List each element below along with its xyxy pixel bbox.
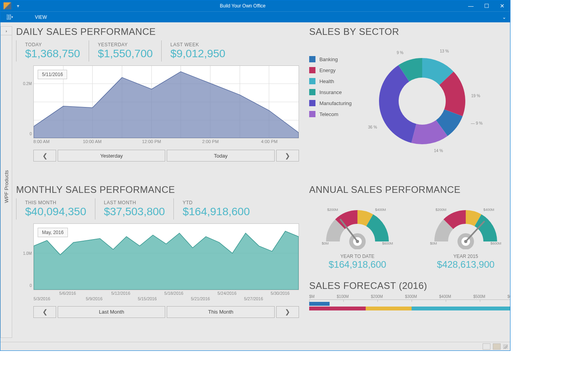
kpi-lastweek-value: $9,012,950: [170, 47, 225, 60]
kpi-ytd-value: $164,918,600: [182, 205, 250, 218]
svg-text:36 %: 36 %: [368, 125, 377, 129]
title-bar: ▾ Build Your Own Office — ☐ ✕: [0, 0, 510, 11]
daily-y-axis: 0.2M 0: [16, 65, 33, 138]
svg-text:5/27/2016: 5/27/2016: [244, 297, 263, 301]
sidebar-expand-button[interactable]: ›: [1, 27, 12, 35]
svg-text:$0M: $0M: [322, 241, 329, 245]
svg-text:0: 0: [29, 283, 32, 288]
monthly-chart-tooltip: May, 2016: [38, 228, 68, 237]
kpi-today-label: TODAY: [25, 42, 80, 47]
window-title: Build Your Own Office: [22, 3, 463, 9]
ribbon-expand-button[interactable]: ⌄: [502, 15, 506, 20]
svg-text:$400M: $400M: [375, 208, 386, 212]
svg-text:$600M: $600M: [382, 241, 393, 245]
dashboard-grid: DAILY SALES PERFORMANCE TODAY$1,368,750 …: [16, 26, 504, 338]
svg-text:1.0M: 1.0M: [23, 251, 32, 256]
forecast-scale: $M$100M$200M$300M$400M$500M$60: [309, 294, 510, 299]
svg-text:12:00 PM: 12:00 PM: [142, 140, 161, 144]
forecast-bar-2: [309, 307, 510, 310]
legend-health: Health: [319, 78, 334, 84]
daily-next-button[interactable]: ❯: [276, 150, 299, 162]
panel-annual-and-forecast: ANNUAL SALES PERFORMANCE: [309, 184, 510, 338]
monthly-y-axis: 1.0M 0: [16, 223, 33, 290]
swatch-telecom: [309, 111, 315, 117]
monthly-prev-button[interactable]: ❮: [33, 306, 56, 318]
svg-point-50: [464, 240, 467, 243]
kpi-thismonth-value: $40,094,350: [25, 205, 86, 218]
svg-text:8:00 AM: 8:00 AM: [33, 140, 49, 144]
svg-text:19 %: 19 %: [471, 94, 480, 98]
app-menu-button[interactable]: [4, 13, 16, 22]
panel-daily-sales: DAILY SALES PERFORMANCE TODAY$1,368,750 …: [16, 26, 299, 182]
monthly-thismonth-button[interactable]: This Month: [167, 306, 274, 318]
monthly-lastmonth-button[interactable]: Last Month: [58, 306, 165, 318]
monthly-title: MONTHLY SALES PERFORMANCE: [16, 184, 299, 195]
tab-view[interactable]: VIEW: [32, 12, 50, 22]
content-area: › WPF Products DAILY SALES PERFORMANCE T…: [0, 22, 510, 342]
kpi-ytd-label: YTD: [182, 200, 250, 205]
status-bar: [0, 342, 510, 350]
svg-text:$400M: $400M: [483, 208, 494, 212]
panel-monthly-sales: MONTHLY SALES PERFORMANCE THIS MONTH$40,…: [16, 184, 299, 338]
sector-legend: Banking Energy Health Insurance Manufact…: [309, 56, 352, 158]
gauge-2015[interactable]: $0M $200M $400M $600M YEAR 2015 $428,613…: [425, 198, 507, 270]
swatch-health: [309, 78, 315, 84]
legend-banking: Banking: [319, 56, 338, 62]
sector-donut-chart[interactable]: 13 % 19 % — 9 % 14 % 36 % 9 %: [359, 40, 485, 158]
swatch-insurance: [309, 89, 315, 95]
status-layout1-button[interactable]: [483, 343, 490, 350]
daily-title: DAILY SALES PERFORMANCE: [16, 26, 299, 37]
svg-text:13 %: 13 %: [440, 49, 449, 53]
forecast-bar-1: [309, 302, 510, 306]
app-window: ▾ Build Your Own Office — ☐ ✕ VIEW ⌄ › W…: [0, 0, 510, 351]
svg-text:$200M: $200M: [436, 208, 447, 212]
svg-text:$200M: $200M: [327, 208, 338, 212]
kpi-thismonth-label: THIS MONTH: [25, 200, 86, 205]
svg-text:2:00 PM: 2:00 PM: [202, 140, 219, 144]
resize-grip-icon[interactable]: [503, 344, 508, 349]
svg-text:10:00 AM: 10:00 AM: [83, 140, 102, 144]
swatch-energy: [309, 67, 315, 73]
daily-chart-tooltip: 5/11/2016: [38, 70, 67, 79]
svg-text:5/30/2016: 5/30/2016: [271, 291, 290, 296]
svg-text:9 %: 9 %: [397, 51, 403, 55]
legend-insurance: Insurance: [319, 89, 342, 95]
monthly-chart[interactable]: May, 2016: [33, 223, 299, 290]
gauge-2015-label: YEAR 2015: [425, 254, 507, 259]
gauge-ytd-value: $164,918,600: [316, 259, 399, 270]
daily-chart[interactable]: 5/11/2016: [33, 65, 299, 138]
svg-text:$0M: $0M: [430, 241, 437, 245]
ribbon-bar: VIEW ⌄: [0, 11, 510, 22]
svg-text:4:00 PM: 4:00 PM: [261, 140, 277, 144]
svg-text:5/18/2016: 5/18/2016: [164, 291, 184, 296]
svg-text:$600M: $600M: [490, 241, 501, 245]
svg-text:5/15/2016: 5/15/2016: [138, 297, 157, 301]
daily-x-axis: 8:00 AM 10:00 AM 12:00 PM 2:00 PM 4:00 P…: [33, 138, 299, 145]
svg-text:5/9/2016: 5/9/2016: [86, 297, 103, 301]
svg-text:5/21/2016: 5/21/2016: [191, 297, 210, 301]
status-layout2-button[interactable]: [493, 343, 501, 350]
sidebar-label[interactable]: WPF Products: [4, 166, 9, 207]
gauge-ytd-label: YEAR TO DATE: [316, 254, 399, 259]
sidebar-collapsed: › WPF Products: [0, 26, 12, 338]
daily-prev-button[interactable]: ❮: [33, 150, 56, 162]
daily-yesterday-button[interactable]: Yesterday: [58, 150, 165, 162]
kpi-today-value: $1,368,750: [25, 47, 80, 60]
legend-telecom: Telecom: [319, 111, 338, 117]
maximize-button[interactable]: ☐: [479, 0, 494, 11]
forecast-title: SALES FORECAST (2016): [309, 280, 510, 291]
gauge-ytd[interactable]: $0M $200M $400M $600M YEAR TO DATE $164,…: [316, 198, 399, 270]
sector-title: SALES BY SECTOR: [309, 26, 510, 37]
kpi-yesterday-value: $1,550,700: [98, 47, 153, 60]
forecast-chart[interactable]: [309, 299, 510, 310]
swatch-banking: [309, 56, 315, 62]
quick-access-icon[interactable]: ▾: [17, 3, 22, 9]
minimize-button[interactable]: —: [463, 0, 479, 11]
svg-text:0.2M: 0.2M: [23, 82, 32, 86]
svg-text:5/3/2016: 5/3/2016: [34, 297, 51, 301]
annual-title: ANNUAL SALES PERFORMANCE: [309, 184, 510, 195]
close-button[interactable]: ✕: [494, 0, 510, 11]
monthly-next-button[interactable]: ❯: [276, 306, 299, 318]
kpi-lastmonth-label: LAST MONTH: [104, 200, 165, 205]
daily-today-button[interactable]: Today: [167, 150, 274, 162]
